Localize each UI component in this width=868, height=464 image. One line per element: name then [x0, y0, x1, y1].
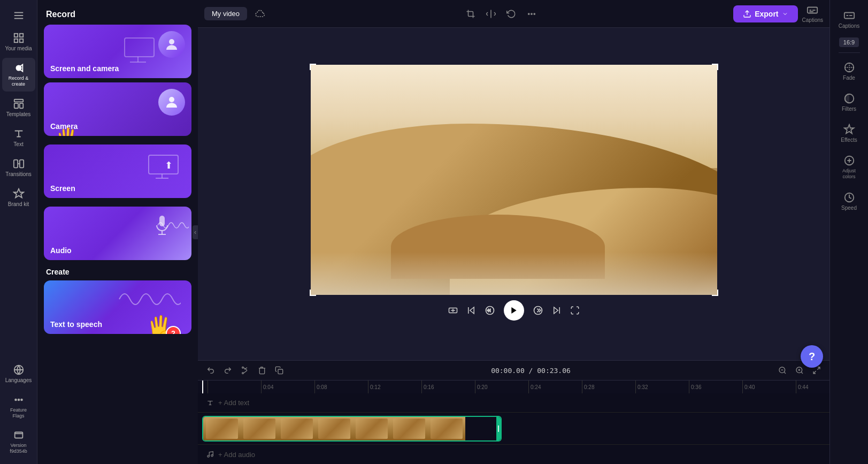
sidebar-item-menu[interactable] [2, 5, 35, 26]
sidebar-item-brand-kit[interactable]: Brand kit [2, 184, 35, 211]
ruler-mark-11: 0:44 [796, 381, 829, 393]
timeline-section: 00:00.00 / 00:23.06 0:04 [198, 360, 829, 464]
svg-marker-40 [511, 307, 516, 314]
sidebar-item-languages[interactable]: Languages [2, 360, 35, 387]
toolbar-more-btn[interactable] [524, 6, 540, 22]
toolbar-cloud-btn[interactable] [251, 5, 268, 22]
record-panel-title: Record [37, 0, 198, 25]
ctrl-skip-forward[interactable] [552, 306, 562, 315]
export-button[interactable]: Export [733, 5, 797, 22]
clip-thumb-6 [390, 417, 428, 440]
sidebar-item-feature-flags[interactable]: FeatureFlags [2, 390, 35, 423]
svg-point-31 [534, 13, 535, 14]
sidebar-item-your-media[interactable]: Your media [2, 28, 35, 56]
tl-zoom-out[interactable] [776, 364, 789, 377]
tts-label: Text to speech [50, 320, 102, 329]
timeline-ruler: 0:04 0:08 0:12 0:16 0:20 0:24 0:28 0:32 … [198, 381, 829, 393]
svg-rect-10 [19, 103, 22, 108]
clip-thumb-5 [353, 417, 390, 440]
ruler-mark-3: 0:12 [368, 381, 421, 393]
tl-cut[interactable] [239, 364, 251, 377]
ruler-marks: 0:04 0:08 0:12 0:16 0:20 0:24 0:28 0:32 … [202, 381, 829, 393]
svg-line-50 [801, 372, 803, 374]
tl-delete[interactable] [256, 364, 268, 377]
captions-button[interactable]: Captions [802, 4, 823, 23]
ctrl-rewind[interactable] [485, 305, 495, 316]
tl-redo[interactable] [221, 364, 234, 377]
captions-label: Captions [802, 17, 823, 23]
sidebar-item-transitions[interactable]: Transitions [2, 154, 35, 181]
audio-track[interactable]: + Add audio [198, 445, 829, 464]
record-panel: Record Screen and camera [37, 0, 198, 464]
tl-undo[interactable] [204, 364, 217, 377]
ctrl-skip-back[interactable] [466, 306, 476, 315]
svg-line-47 [784, 372, 786, 374]
record-card-camera[interactable]: Camera 🖐 1 [44, 82, 191, 136]
ruler-mark-0 [208, 381, 261, 393]
aspect-ratio-badge[interactable]: 16:9 [839, 37, 859, 47]
sidebar-item-version[interactable]: Versionf9d354b [2, 425, 35, 459]
toolbar-flip-btn[interactable] [483, 6, 499, 22]
toolbar-tab-my-video[interactable]: My video [204, 7, 247, 20]
cursor-badge-2: 2 [166, 326, 181, 334]
video-clip[interactable] [202, 416, 502, 442]
rp-filters[interactable]: Filters [832, 87, 866, 117]
ctrl-forward[interactable] [533, 305, 543, 316]
sidebar-label-languages: Languages [5, 377, 32, 383]
sidebar-item-templates[interactable]: Templates [2, 94, 35, 121]
sidebar-label-text: Text [13, 141, 23, 147]
rp-adjust-colors[interactable]: Adjustcolors [832, 149, 866, 185]
svg-rect-11 [13, 159, 17, 168]
svg-point-43 [242, 372, 244, 374]
sidebar-label-brand-kit: Brand kit [8, 201, 29, 207]
ruler-mark-10: 0:40 [742, 381, 796, 393]
ruler-mark-6: 0:24 [528, 381, 582, 393]
play-button[interactable] [504, 300, 524, 321]
toolbar-reset-btn[interactable] [503, 6, 519, 22]
sidebar: Your media Record &create Templates Text… [0, 0, 37, 464]
svg-rect-8 [14, 99, 23, 102]
tl-zoom-in[interactable] [793, 364, 806, 377]
rp-adjust-colors-label: Adjustcolors [842, 168, 856, 180]
sidebar-label-transitions: Transitions [5, 171, 32, 177]
screen-label: Screen [50, 184, 75, 193]
timeline-time: 00:00.00 / 00:23.06 [290, 367, 772, 375]
playhead[interactable] [202, 381, 203, 393]
sidebar-label-templates: Templates [6, 111, 31, 117]
screen-camera-label: Screen and camera [50, 64, 119, 73]
desert-background [311, 65, 717, 295]
svg-point-44 [242, 367, 244, 368]
record-card-audio[interactable]: Audio [44, 207, 191, 260]
sidebar-label-record-create: Record &create [9, 75, 29, 87]
timeline-toolbar: 00:00.00 / 00:23.06 [198, 361, 829, 381]
svg-rect-3 [14, 34, 17, 37]
ctrl-screen-mode[interactable] [448, 306, 458, 315]
svg-rect-23 [149, 155, 178, 174]
cursor-hand-2: 🖐 2 [146, 314, 175, 334]
rp-effects[interactable]: Effects [832, 118, 866, 148]
ctrl-fullscreen[interactable] [570, 306, 580, 315]
rp-speed[interactable]: Speed [832, 186, 866, 216]
clip-end-handle[interactable] [496, 417, 501, 440]
tl-duplicate[interactable] [273, 364, 286, 377]
create-card-tts[interactable]: 🖐 2 Text to speech [44, 280, 191, 334]
video-preview-inner [311, 65, 717, 295]
rp-filters-label: Filters [842, 106, 856, 112]
sidebar-item-text[interactable]: Text [2, 124, 35, 151]
rp-divider-1 [839, 52, 860, 53]
record-card-screen-camera[interactable]: Screen and camera [44, 25, 191, 78]
svg-point-21 [169, 39, 174, 44]
panel-scroll-indicator[interactable]: ‹ [193, 225, 198, 239]
rp-fade[interactable]: Fade [832, 56, 866, 86]
ruler-mark-8: 0:32 [635, 381, 689, 393]
sidebar-item-record-create[interactable]: Record &create [2, 58, 35, 92]
text-track[interactable]: + Add text [198, 393, 829, 413]
clip-thumb-2 [241, 417, 278, 440]
help-button[interactable]: ? [801, 345, 823, 368]
rp-captions[interactable]: Captions [832, 4, 866, 34]
clip-thumb-1 [203, 417, 241, 440]
svg-rect-18 [125, 38, 154, 57]
toolbar-crop-btn[interactable] [463, 6, 479, 22]
record-card-screen[interactable]: ⬆ Screen [44, 144, 191, 198]
clip-thumb-4 [316, 417, 353, 440]
